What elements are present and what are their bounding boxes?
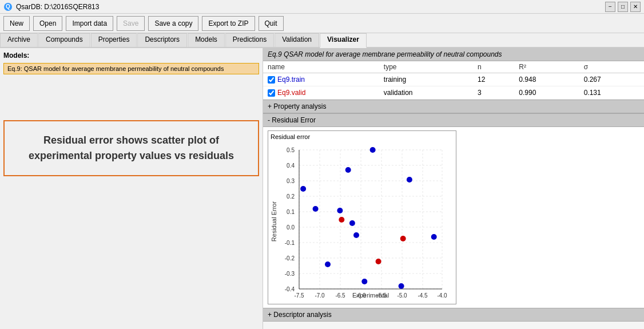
x-axis-label: Experimental [352, 292, 389, 299]
svg-text:0.5: 0.5 [287, 147, 295, 153]
scatter-dot-blue [345, 167, 351, 173]
svg-text:-6.5: -6.5 [335, 292, 345, 299]
scatter-dot-blue [431, 234, 437, 240]
tab-descriptors[interactable]: Descriptors [137, 33, 187, 47]
table-cell-sigma: 0.131 [579, 86, 644, 100]
import-button[interactable]: Import data [66, 16, 113, 31]
save-copy-button[interactable]: Save a copy [148, 16, 198, 31]
tab-bar: Archive Compounds Properties Descriptors… [0, 33, 644, 48]
tab-visualizer[interactable]: Visualizer [320, 33, 367, 48]
table-body: Eq9.traintraining120.9480.267Eq9.validva… [263, 73, 644, 100]
svg-text:-0.2: -0.2 [285, 255, 295, 261]
svg-text:-4.5: -4.5 [418, 292, 428, 299]
save-button[interactable]: Save [117, 16, 145, 31]
table-cell-n: 12 [473, 73, 514, 86]
scatter-dot-red [400, 236, 406, 241]
residual-box: Residual error [268, 130, 456, 304]
col-header-n: n [473, 61, 514, 73]
svg-text:0.1: 0.1 [287, 209, 295, 215]
scatter-dot-blue [361, 279, 367, 284]
titlebar-left: QsarDB: D:\2016SQER813 [3, 2, 99, 11]
col-header-r2: R² [514, 61, 579, 73]
tab-archive[interactable]: Archive [0, 33, 38, 47]
svg-text:-0.4: -0.4 [285, 286, 295, 292]
eq-title: Eq.9 QSAR model for average membrane per… [263, 48, 644, 61]
titlebar: QsarDB: D:\2016SQER813 − □ ✕ [0, 0, 644, 14]
tab-compounds[interactable]: Compounds [38, 33, 90, 47]
chart-svg: 0.5 0.4 0.3 0.2 0.1 0.0 -0.1 -0.2 -0.3 -… [271, 141, 454, 302]
table-cell-r2: 0.948 [514, 73, 579, 86]
app-logo [3, 2, 13, 11]
scatter-dot-red [376, 259, 381, 264]
y-axis-label: Residual Error [271, 201, 277, 242]
annotation-text: Residual error shows scatter plot of exp… [29, 134, 234, 161]
table-cell-r2: 0.990 [514, 86, 579, 100]
export-zip-button[interactable]: Export to ZIP [202, 16, 255, 31]
table-row: Eq9.traintraining120.9480.267 [263, 73, 644, 86]
svg-text:0.2: 0.2 [287, 193, 295, 200]
residual-error-header[interactable]: - Residual Error [263, 113, 644, 127]
table-cell-type: training [379, 73, 473, 86]
left-panel: Models: Eq.9: QSAR model for average mem… [0, 48, 263, 329]
close-button[interactable]: ✕ [630, 2, 641, 12]
svg-text:-7.0: -7.0 [315, 292, 325, 299]
svg-text:-4.0: -4.0 [437, 292, 447, 299]
table-cell-sigma: 0.267 [579, 73, 644, 86]
tab-predictions[interactable]: Predictions [225, 33, 274, 47]
toolbar: New Open Import data Save Save a copy Ex… [0, 14, 644, 33]
scatter-chart: 0.5 0.4 0.3 0.2 0.1 0.0 -0.1 -0.2 -0.3 -… [271, 141, 454, 302]
model-item[interactable]: Eq.9: QSAR model for average membrane pe… [3, 63, 259, 74]
col-header-name: name [263, 61, 379, 73]
app-title: QsarDB: D:\2016SQER813 [16, 3, 99, 11]
scatter-dot-blue [399, 283, 404, 289]
property-analysis-header[interactable]: + Property analysis [263, 100, 644, 113]
scatter-dot-blue [313, 206, 319, 212]
svg-text:0.3: 0.3 [287, 178, 295, 184]
right-panel: Eq.9 QSAR model for average membrane per… [263, 48, 644, 329]
table-row: Eq9.validvalidation30.9900.131 [263, 86, 644, 100]
col-header-sigma: σ [579, 61, 644, 73]
table-cell-name: Eq9.valid [263, 86, 379, 100]
row-name[interactable]: Eq9.valid [277, 89, 305, 97]
scatter-dot-blue [300, 186, 306, 192]
scatter-dot-red [339, 217, 344, 223]
row-checkbox[interactable] [268, 76, 275, 84]
scatter-dot-blue [349, 220, 355, 226]
svg-text:-0.3: -0.3 [285, 271, 295, 277]
scatter-dot-blue [337, 208, 343, 213]
quit-button[interactable]: Quit [259, 16, 284, 31]
titlebar-controls[interactable]: − □ ✕ [605, 2, 641, 12]
svg-text:0.4: 0.4 [287, 162, 295, 169]
open-button[interactable]: Open [33, 16, 62, 31]
models-label: Models: [3, 51, 259, 60]
svg-text:-0.1: -0.1 [285, 240, 295, 246]
annotation-box: Residual error shows scatter plot of exp… [3, 120, 259, 176]
svg-text:-7.5: -7.5 [294, 292, 304, 299]
scatter-dot-blue [325, 261, 331, 267]
residual-title: Residual error [271, 133, 454, 140]
table-cell-n: 3 [473, 86, 514, 100]
new-button[interactable]: New [3, 16, 30, 31]
table-cell-type: validation [379, 86, 473, 100]
row-name[interactable]: Eq9.train [277, 76, 305, 84]
scatter-dot-blue [370, 147, 376, 153]
main-content: Models: Eq.9: QSAR model for average mem… [0, 48, 644, 329]
tab-models[interactable]: Models [188, 33, 225, 47]
tab-properties[interactable]: Properties [91, 33, 137, 47]
residual-section: Residual error [263, 127, 644, 308]
descriptor-analysis-header[interactable]: + Descriptor analysis [263, 308, 644, 322]
svg-text:0.0: 0.0 [287, 224, 295, 231]
minimize-button[interactable]: − [605, 2, 615, 12]
data-table: name type n R² σ Eq9.traintraining120.94… [263, 61, 644, 100]
col-header-type: type [379, 61, 473, 73]
scatter-dot-blue [353, 232, 359, 238]
scatter-dot-blue [407, 177, 412, 183]
table-cell-name: Eq9.train [263, 73, 379, 86]
maximize-button[interactable]: □ [618, 2, 628, 12]
tab-validation[interactable]: Validation [275, 33, 319, 47]
svg-text:-5.0: -5.0 [397, 292, 407, 299]
row-checkbox[interactable] [268, 89, 275, 97]
